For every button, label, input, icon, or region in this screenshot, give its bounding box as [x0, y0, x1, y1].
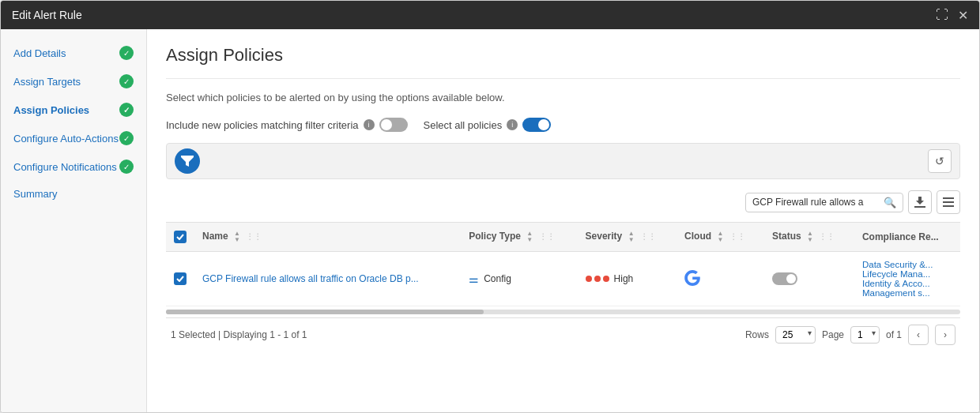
pagination-bar: 1 Selected | Displaying 1 - 1 of 1 Rows … [166, 317, 960, 348]
google-cloud-icon [684, 270, 700, 286]
sidebar-item-check-icon: ✓ [119, 103, 134, 117]
rows-per-page-select[interactable]: 25 50 100 [775, 326, 816, 344]
main-content: Assign Policies Select which policies to… [147, 29, 979, 412]
page-number-wrap: 1 [850, 326, 880, 344]
row-compliance: Data Security &...Lifecycle Mana...Ident… [854, 252, 960, 306]
col-compliance: Compliance Re... [854, 223, 960, 252]
page-number-select[interactable]: 1 [850, 326, 880, 344]
table-row: GCP Firewall rule allows all traffic on … [166, 252, 960, 306]
compliance-item[interactable]: Data Security &... [862, 260, 952, 269]
sidebar-item-add-details[interactable]: Add Details✓ [1, 39, 146, 67]
select-all-checkbox[interactable] [174, 231, 187, 243]
svg-rect-0 [914, 206, 925, 208]
toolbar-row: ↺ [166, 143, 960, 179]
new-policies-toggle[interactable] [379, 118, 408, 132]
rows-per-page-wrap: 25 50 100 [775, 326, 816, 344]
sidebar-item-label: Configure Auto-Actions [13, 133, 119, 145]
col-cloud: Cloud ▲▼ ⋮⋮ [677, 223, 764, 252]
sidebar-item-label: Configure Notifications [13, 161, 117, 173]
sidebar-item-configure-auto-actions[interactable]: Configure Auto-Actions✓ [1, 124, 146, 152]
status-sort-icon[interactable]: ▲▼ [807, 231, 813, 243]
search-icon: 🔍 [884, 197, 896, 208]
severity-label: High [614, 273, 634, 284]
severity-drag-icon: ⋮⋮ [640, 232, 656, 241]
horizontal-scrollbar[interactable] [166, 310, 960, 314]
policy-type-sort-icon[interactable]: ▲▼ [526, 231, 533, 243]
col-policy-type: Policy Type ▲▼ ⋮⋮ [461, 223, 577, 252]
policy-type-text: Config [484, 273, 511, 284]
download-button[interactable] [908, 190, 932, 214]
pagination-info: 1 Selected | Displaying 1 - 1 of 1 [171, 329, 307, 340]
prev-page-button[interactable]: ‹ [908, 325, 929, 345]
filter-row: Include new policies matching filter cri… [166, 118, 960, 132]
of-total: of 1 [886, 329, 902, 340]
sidebar-item-label: Summary [13, 188, 58, 200]
page-description: Select which policies to be alerted on b… [166, 92, 960, 103]
next-page-button[interactable]: › [935, 325, 956, 345]
policy-name-link[interactable]: GCP Firewall rule allows all traffic on … [202, 273, 419, 284]
cloud-drag-icon: ⋮⋮ [729, 232, 745, 241]
new-policies-filter: Include new policies matching filter cri… [166, 118, 408, 132]
sidebar-item-assign-policies[interactable]: Assign Policies✓ [1, 96, 146, 124]
new-policies-info-icon[interactable]: i [364, 119, 375, 130]
status-drag-icon: ⋮⋮ [819, 232, 835, 241]
sidebar-item-check-icon: ✓ [119, 74, 134, 88]
severity-dot-2 [594, 276, 601, 282]
name-drag-icon: ⋮⋮ [246, 232, 262, 241]
severity-sort-icon[interactable]: ▲▼ [628, 231, 635, 243]
compliance-item[interactable]: Lifecycle Mana... [862, 269, 952, 279]
sidebar-item-label: Assign Targets [13, 76, 81, 88]
sidebar-item-assign-targets[interactable]: Assign Targets✓ [1, 67, 146, 96]
svg-rect-1 [943, 197, 954, 199]
col-status: Status ▲▼ ⋮⋮ [764, 223, 854, 252]
select-all-label: Select all policies [424, 119, 503, 131]
sidebar-item-check-icon: ✓ [119, 131, 134, 145]
pagination-controls: Rows 25 50 100 Page 1 of 1 [745, 325, 956, 345]
name-sort-icon[interactable]: ▲▼ [234, 231, 240, 243]
row-cloud [677, 252, 764, 306]
sidebar-item-summary[interactable]: Summary [1, 181, 146, 207]
sidebar-item-configure-notifications[interactable]: Configure Notifications✓ [1, 152, 146, 181]
row-checkbox[interactable] [174, 272, 187, 285]
row-severity: High [578, 252, 677, 306]
policy-type-drag-icon: ⋮⋮ [539, 232, 555, 241]
search-row: 🔍 [166, 190, 960, 214]
severity-dots [586, 276, 609, 282]
select-all-info-icon[interactable]: i [507, 119, 518, 130]
columns-button[interactable] [937, 190, 960, 214]
modal-header: Edit Alert Rule ⛶ ✕ [1, 1, 979, 29]
select-all-toggle[interactable] [522, 118, 551, 132]
scrollbar-thumb[interactable] [166, 310, 484, 314]
page-title: Assign Policies [166, 45, 960, 66]
new-policies-label: Include new policies matching filter cri… [166, 119, 359, 131]
modal-title: Edit Alert Rule [12, 9, 82, 21]
sidebar-item-label: Add Details [13, 47, 66, 59]
col-name: Name ▲▼ ⋮⋮ [194, 223, 461, 252]
sidebar: Add Details✓Assign Targets✓Assign Polici… [1, 29, 147, 412]
svg-rect-3 [943, 205, 954, 207]
row-status-toggle[interactable] [772, 272, 797, 285]
row-status [764, 252, 854, 306]
search-box[interactable]: 🔍 [745, 193, 903, 212]
reset-button[interactable]: ↺ [928, 149, 952, 173]
compliance-item[interactable]: Management s... [862, 288, 952, 298]
search-input[interactable] [752, 197, 884, 208]
modal-header-actions: ⛶ ✕ [936, 8, 968, 23]
config-icon: ⚌ [469, 272, 479, 285]
table-wrapper: Name ▲▼ ⋮⋮ Policy Type ▲▼ ⋮⋮ Severity [166, 222, 960, 306]
sidebar-item-check-icon: ✓ [119, 46, 134, 60]
select-all-filter: Select all policies i [424, 118, 552, 132]
policies-table: Name ▲▼ ⋮⋮ Policy Type ▲▼ ⋮⋮ Severity [166, 222, 960, 306]
severity-dot-1 [586, 276, 592, 282]
col-severity: Severity ▲▼ ⋮⋮ [578, 223, 677, 252]
row-policy-type: ⚌Config [461, 252, 577, 306]
svg-rect-2 [943, 201, 954, 203]
filter-button[interactable] [175, 148, 200, 174]
row-name: GCP Firewall rule allows all traffic on … [194, 252, 461, 306]
page-label: Page [822, 329, 844, 340]
compliance-item[interactable]: Identity & Acco... [862, 279, 952, 288]
cloud-sort-icon[interactable]: ▲▼ [717, 231, 723, 243]
maximize-icon[interactable]: ⛶ [936, 8, 948, 22]
close-icon[interactable]: ✕ [958, 8, 968, 23]
sidebar-item-check-icon: ✓ [119, 160, 134, 174]
